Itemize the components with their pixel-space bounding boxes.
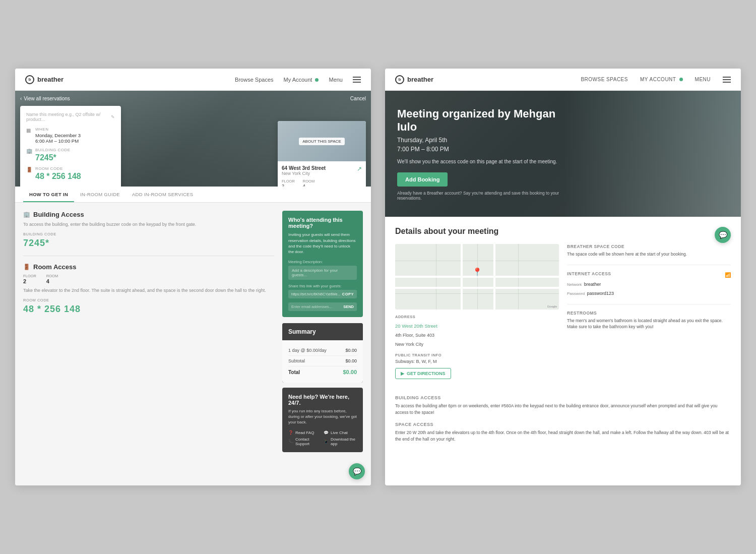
copy-button[interactable]: COPY (342, 292, 354, 296)
details-title: Details about your meeting (395, 227, 731, 236)
app-link[interactable]: 📱 Download the app (324, 437, 357, 446)
floor-value: 2 (282, 183, 295, 187)
attending-card: Who's attending this meeting? Inviting y… (282, 211, 363, 317)
room-value: 4 (303, 183, 314, 187)
support-link[interactable]: 📞 Contact Support (288, 437, 322, 446)
summary-line1-label: 1 day @ $0.00/day (288, 348, 327, 353)
password-value: password123 (587, 291, 614, 296)
right-hero: Meeting organized by Mehgan Iulo Thursda… (385, 91, 741, 217)
right-account-dot (679, 78, 683, 81)
add-booking-button[interactable]: Add Booking (397, 172, 448, 187)
right-content-col: Who's attending this meeting? Inviting y… (282, 211, 363, 452)
space-access-section-title: SPACE ACCESS (395, 422, 731, 427)
tab-how-to-get-in[interactable]: HOW TO GET IN (23, 187, 74, 202)
hamburger-icon[interactable] (353, 77, 361, 83)
booking-time: 6:00 AM – 10:00 PM (35, 138, 81, 144)
ra-room-val: 4 (46, 278, 58, 284)
password-label: Password (567, 291, 585, 296)
right-browse-link[interactable]: BROWSE SPACES (581, 77, 628, 82)
room-access-title: Room Access (33, 263, 77, 271)
left-navbar: b breather Browse Spaces My Account Menu (15, 69, 371, 91)
already-have-text: Already have a Breather account? Say you… (397, 191, 569, 201)
building-access-section-text: To access the building after 6pm or on w… (395, 403, 731, 416)
meeting-desc-input[interactable]: Add a description for your guests... (288, 266, 357, 280)
internet-block: INTERNET ACCESS 📶 Network breather Passw… (567, 271, 731, 297)
edit-icon[interactable]: ✎ (111, 114, 115, 119)
email-row: Enter email addresses... SEND (288, 302, 357, 311)
space-code-label: BREATHER SPACE CODE (567, 244, 731, 249)
map-road (395, 287, 559, 289)
tab-in-room-guide[interactable]: IN-ROOM GUIDE (74, 187, 126, 202)
tab-add-services[interactable]: ADD IN-ROOM SERVICES (126, 187, 199, 202)
summary-row-1: 1 day @ $0.00/day $0.00 (288, 345, 357, 356)
right-nav-links: BROWSE SPACES MY ACCOUNT MENU (581, 77, 731, 83)
email-input[interactable]: Enter email addresses... (291, 304, 332, 309)
about-space-button[interactable]: ABOUT THIS SPACE (299, 138, 344, 145)
summary-card: Summary 1 day @ $0.00/day $0.00 Subtotal… (282, 323, 363, 383)
right-chat-fab[interactable]: 💬 (715, 227, 731, 243)
network-value: breather (584, 282, 601, 287)
faq-icon: ❓ (288, 430, 293, 435)
ra-floor-label: FLOOR (23, 274, 36, 278)
left-nav-links: Browse Spaces My Account Menu (235, 77, 361, 83)
help-title: Need help? We're here, 24/7. (288, 394, 357, 406)
building-access-section-title: BUILDING ACCESS (395, 395, 731, 400)
space-image: ABOUT THIS SPACE (278, 121, 366, 161)
address-street[interactable]: 20 West 20th Street (395, 323, 437, 329)
space-code-desc: The space code will be shown here at the… (567, 252, 731, 258)
ra-room-label: ROOM (46, 274, 58, 278)
transit-section: PUBLIC TRANSIT INFO Subways: B, W, F, M … (395, 353, 559, 379)
right-info-column: BREATHER SPACE CODE The space code will … (567, 244, 731, 379)
map-watermark: Google (547, 305, 557, 308)
hero-content: Meeting organized by Mehgan Iulo Thursda… (385, 91, 581, 217)
right-menu-link[interactable]: MENU (695, 77, 711, 82)
cancel-button[interactable]: Cancel (350, 96, 366, 101)
right-account-link[interactable]: MY ACCOUNT (640, 77, 683, 82)
meeting-desc-label: Meeting Description: (288, 260, 357, 264)
hero-area: ‹ View all reservations Cancel Name this… (15, 91, 371, 187)
map-road (461, 244, 463, 310)
meeting-name-input[interactable]: Name this meeting e.g., Q2 offsite w/ pr… (26, 112, 111, 122)
mobile-icon: 📱 (324, 439, 329, 444)
access-sections: BUILDING ACCESS To access the building a… (385, 395, 741, 450)
room-label: ROOM (303, 179, 314, 183)
menu-link[interactable]: Menu (329, 77, 343, 83)
rm-code: 48 * 256 148 (23, 304, 274, 315)
send-button[interactable]: SEND (343, 304, 354, 309)
chat-fab-button[interactable]: 💬 (349, 463, 365, 479)
my-account-link[interactable]: My Account (284, 77, 319, 83)
details-section: 💬 Details about your meeting (385, 217, 741, 389)
building-access-title: Building Access (33, 211, 84, 218)
when-label: WHEN (35, 127, 81, 132)
divider (23, 256, 274, 256)
tabs-bar: HOW TO GET IN IN-ROOM GUIDE ADD IN-ROOM … (15, 187, 371, 203)
back-link[interactable]: ‹ View all reservations (20, 96, 70, 101)
right-hamburger-icon[interactable] (723, 77, 731, 83)
door-icon: 🚪 (26, 167, 32, 172)
space-code-block: BREATHER SPACE CODE The space code will … (567, 244, 731, 258)
share-link-label: Share this link with your guests: (288, 284, 357, 288)
chat-link[interactable]: 💬 Live Chat (324, 430, 357, 435)
total-value: $0.00 (343, 369, 357, 375)
building-access-icon: 🏢 (23, 211, 30, 218)
restrooms-label: RESTROOMS (567, 311, 731, 316)
account-dot (315, 78, 319, 82)
network-label: Network (567, 282, 582, 287)
chat-icon: 💬 (324, 430, 329, 435)
building-icon: 🏢 (26, 148, 32, 154)
browse-spaces-link[interactable]: Browse Spaces (235, 77, 273, 83)
address-label: ADDRESS (395, 315, 559, 319)
faq-link[interactable]: ❓ Read FAQ (288, 430, 322, 435)
share-icon[interactable]: ↗ (357, 165, 362, 172)
right-logo-text: breather (407, 76, 433, 83)
directions-icon: ▶ (401, 371, 404, 376)
internet-label: INTERNET ACCESS (567, 271, 611, 276)
floor-label: FLOOR (282, 179, 295, 183)
address-suite: 4th Floor, Suite 403 (395, 333, 434, 338)
get-directions-button[interactable]: ▶ GET DIRECTIONS (395, 368, 451, 379)
share-link-text: https://brt.hr/c/6KN6CYje6We... (291, 292, 341, 296)
main-content: 🏢 Building Access To access the building… (15, 203, 371, 460)
transit-lines: Subways: B, W, F, M (395, 359, 559, 364)
transit-label: PUBLIC TRANSIT INFO (395, 353, 559, 357)
calendar-icon: ▦ (26, 128, 32, 133)
